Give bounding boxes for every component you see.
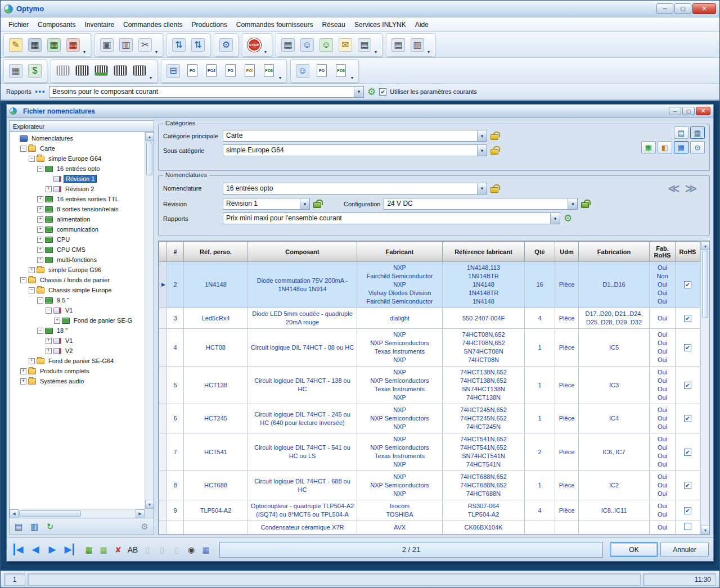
- chevron-down-icon[interactable]: [550, 213, 560, 224]
- group-more-button[interactable]: [428, 48, 433, 55]
- column-header-rohs[interactable]: RoHS: [676, 242, 700, 262]
- chevron-down-icon[interactable]: [354, 87, 363, 97]
- tree-item-v1[interactable]: −V1: [10, 305, 145, 315]
- run-report-icon[interactable]: ⚙: [564, 214, 572, 223]
- po-alert-button[interactable]: PO!: [240, 61, 259, 80]
- rohs-checkbox[interactable]: [684, 415, 691, 422]
- storage-button[interactable]: ▤: [389, 35, 408, 55]
- column-header-composant[interactable]: Composant: [248, 242, 357, 262]
- table-row[interactable]: 6HCT245Circuit logique DIL 74HCT - 245 o…: [159, 404, 700, 433]
- inner-close-button[interactable]: ✕: [696, 107, 710, 115]
- rename-icon[interactable]: AB: [126, 543, 140, 557]
- tree-item-communication[interactable]: +communication: [10, 224, 145, 234]
- tree-expander-icon[interactable]: +: [37, 237, 43, 243]
- refresh-tree-icon[interactable]: ↻: [43, 520, 57, 533]
- tree-item-8-sorties-tension-relais[interactable]: +8 sorties tension/relais: [10, 204, 145, 214]
- delivery-truck-button[interactable]: ⊟: [164, 61, 183, 80]
- table-row[interactable]: 8HCT688Circuit logique DIL 74HCT - 688 o…: [159, 471, 700, 500]
- table-row[interactable]: 3Led5cRx4Diode LED 5mm coudée - quadrupl…: [159, 308, 700, 329]
- tree-item-chassis-simple-europe[interactable]: −Chassis simple Europe: [10, 285, 145, 295]
- tree-item-nomenclatures[interactable]: Nomenclatures: [10, 133, 145, 143]
- tree-item-cpu[interactable]: +CPU: [10, 234, 145, 245]
- column-header-fabricant[interactable]: Fabricant: [357, 242, 443, 262]
- barcode-edit-button[interactable]: [92, 61, 111, 80]
- tree-expander-icon[interactable]: +: [54, 318, 60, 324]
- column-header-udm[interactable]: Udm: [555, 242, 579, 262]
- group-more-button[interactable]: [155, 48, 160, 55]
- tree-expander-icon[interactable]: −: [37, 328, 43, 334]
- tree-expander-icon[interactable]: −: [20, 277, 26, 283]
- tree-expander-icon[interactable]: +: [46, 186, 52, 192]
- column-header-[interactable]: #: [167, 242, 184, 262]
- tree-item-revision-2[interactable]: +Révision 2: [10, 184, 145, 194]
- menu-reseau[interactable]: Réseau: [318, 19, 350, 30]
- export-window-button[interactable]: ⇅: [188, 35, 208, 55]
- tree-expander-icon[interactable]: +: [37, 206, 43, 212]
- scroll-left-icon[interactable]: ◀: [10, 509, 19, 518]
- tree-item-multi-fonctions[interactable]: +multi-fonctions: [10, 255, 145, 265]
- tree-vertical-scrollbar[interactable]: ▲ ▼: [145, 132, 154, 509]
- rohs-checkbox[interactable]: [684, 449, 691, 456]
- menu-fichier[interactable]: Fichier: [4, 19, 33, 30]
- menu-commandes-clients[interactable]: Commandes clients: [119, 19, 187, 30]
- menu-inventaire[interactable]: Inventaire: [80, 19, 119, 30]
- tree-expander-icon[interactable]: +: [37, 227, 43, 233]
- zoom-button[interactable]: ⊙: [690, 141, 705, 153]
- preview-icon[interactable]: ◉: [184, 543, 198, 557]
- tree-item-v2[interactable]: +V2: [10, 346, 145, 356]
- scroll-thumb[interactable]: [19, 510, 81, 517]
- tree-item-cpu-cms[interactable]: +CPU CMS: [10, 245, 145, 255]
- barcode-list-button[interactable]: [130, 61, 149, 80]
- tree-expander-icon[interactable]: +: [29, 358, 35, 364]
- palette-button[interactable]: ◧: [658, 141, 672, 153]
- next-nomenclature-button[interactable]: ≫: [685, 182, 697, 195]
- columns-icon[interactable]: ▥: [28, 520, 41, 533]
- chevron-down-icon[interactable]: [477, 145, 487, 156]
- lock-sub-category-icon[interactable]: [490, 146, 498, 155]
- rohs-checkbox[interactable]: [684, 382, 691, 389]
- lock-nomenclature-icon[interactable]: [490, 184, 498, 193]
- export-board-icon[interactable]: ▦: [82, 543, 96, 557]
- tree-expander-icon[interactable]: +: [29, 267, 35, 273]
- po-price-button[interactable]: PO$: [259, 61, 278, 80]
- minimize-button[interactable]: ─: [656, 3, 673, 14]
- column-header-fab-rohs[interactable]: Fab. RoHS: [650, 242, 676, 262]
- tree-expander-icon[interactable]: −: [37, 297, 43, 304]
- chevron-down-icon[interactable]: [477, 130, 487, 141]
- import-window-button[interactable]: ⇅: [169, 35, 188, 55]
- tree-expander-icon[interactable]: −: [37, 166, 43, 172]
- prev-nomenclature-button[interactable]: ≪: [668, 182, 680, 195]
- scroll-right-icon[interactable]: ▶: [136, 509, 145, 518]
- users-group-button[interactable]: ☺: [317, 35, 336, 55]
- group-more-button[interactable]: [83, 48, 88, 55]
- board-blue-button[interactable]: ▦: [674, 141, 688, 153]
- customer-po-button[interactable]: PO: [312, 61, 331, 80]
- users-sync-button[interactable]: ☺: [298, 35, 317, 55]
- inner-restore-button[interactable]: ▢: [682, 107, 695, 115]
- component-button[interactable]: ▦: [25, 35, 44, 55]
- chevron-down-icon[interactable]: [477, 183, 487, 194]
- lock-configuration-icon[interactable]: [581, 200, 589, 208]
- inner-minimize-button[interactable]: ─: [669, 107, 681, 115]
- use-current-params-checkbox[interactable]: [379, 88, 386, 96]
- prev-record-button[interactable]: ◀: [28, 542, 43, 557]
- group-more-button[interactable]: [375, 48, 380, 55]
- scroll-thumb[interactable]: [146, 142, 152, 175]
- tree-item-v1[interactable]: +V1: [10, 336, 145, 346]
- group-more-button[interactable]: [150, 74, 155, 80]
- group-more-button[interactable]: [264, 48, 269, 55]
- refresh-params-icon[interactable]: ⚙: [367, 87, 376, 97]
- tree-expander-icon[interactable]: +: [46, 338, 52, 344]
- component-save-button[interactable]: ▦: [44, 35, 64, 55]
- column-header-fabrication[interactable]: Fabrication: [579, 242, 650, 262]
- report-select[interactable]: Prix mini maxi pour l'ensemble courant: [223, 212, 560, 224]
- menu-productions[interactable]: Productions: [187, 19, 231, 30]
- tree-item-18[interactable]: −18 ": [10, 325, 145, 336]
- tree-expander-icon[interactable]: −: [46, 307, 52, 314]
- rapports-select[interactable]: Besoins pour le composant courant: [49, 86, 364, 98]
- next-record-button[interactable]: ▶: [45, 542, 60, 557]
- tree-expander-icon[interactable]: +: [20, 378, 26, 385]
- tree-expander-icon[interactable]: +: [37, 247, 43, 253]
- tree-item-16-entrees-opto[interactable]: −16 entrées opto: [10, 164, 145, 174]
- tree-expander-icon[interactable]: +: [37, 196, 43, 202]
